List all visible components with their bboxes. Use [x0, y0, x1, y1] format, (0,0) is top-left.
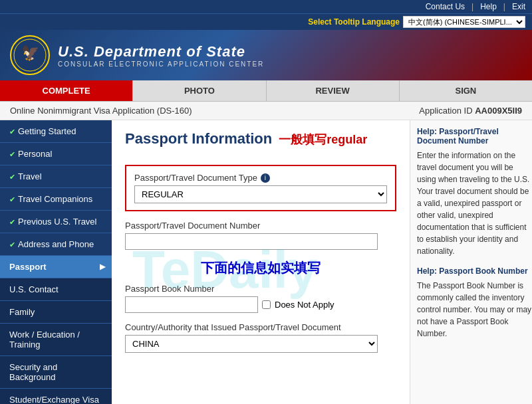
tab-complete[interactable]: COMPLETE: [0, 80, 133, 101]
sidebar: ✔Getting Started ✔Personal ✔Travel ✔Trav…: [0, 120, 112, 404]
doc-type-select[interactable]: REGULAR OFFICIAL DIPLOMATIC LAISSEZ-PASS…: [134, 185, 387, 203]
us-contact-label: U.S. Contact: [9, 284, 59, 294]
family-label: Family: [9, 307, 35, 317]
right-help-panel: Help: Passport/Travel Document Number En…: [410, 120, 532, 404]
breadcrumb-text: Online Nonimmigrant Visa Application (DS…: [10, 106, 192, 116]
header: 🦅 U.S. Department of State CONSULAR ELEC…: [0, 30, 532, 80]
sidebar-item-travel[interactable]: ✔Travel: [0, 165, 112, 188]
country-select[interactable]: CHINA: [125, 335, 378, 353]
help-link[interactable]: Help: [480, 2, 497, 11]
book-number-input[interactable]: [125, 296, 258, 313]
arrow-icon: ▶: [100, 262, 105, 271]
app-id: Application ID AA009X5II9: [419, 106, 522, 116]
does-not-apply-checkbox[interactable]: [262, 300, 271, 309]
sidebar-item-security-background[interactable]: Security and Background: [0, 356, 112, 389]
sidebar-item-getting-started[interactable]: ✔Getting Started: [0, 120, 112, 143]
exit-link[interactable]: Exit: [512, 2, 525, 11]
language-select[interactable]: 中文(简体) (CHINESE-SIMPLI...: [403, 16, 525, 28]
work-edu-label: Work / Education / Training: [9, 330, 105, 350]
doc-number-label: Passport/Travel Document Number: [125, 221, 396, 231]
annotation-fill-truthfully: 下面的信息如实填写: [201, 260, 321, 275]
passport-label: Passport: [9, 262, 47, 272]
nav-tabs: COMPLETE PHOTO REVIEW SIGN: [0, 80, 532, 102]
lang-bar: Select Tooltip Language 中文(简体) (CHINESE-…: [0, 13, 532, 30]
app-id-value: AA009X5II9: [475, 106, 522, 116]
sidebar-item-travel-companions[interactable]: ✔Travel Companions: [0, 188, 112, 211]
book-number-section: Passport Book Number Does Not Apply: [125, 284, 396, 313]
sidebar-item-address-phone[interactable]: ✔Address and Phone: [0, 233, 112, 256]
country-section: Country/Authority that Issued Passport/T…: [125, 322, 396, 353]
student-exchange-label: Student/Exchange Visa: [9, 395, 99, 404]
doc-type-section: Passport/Travel Document Type i REGULAR …: [125, 165, 396, 211]
sidebar-item-personal[interactable]: ✔Personal: [0, 143, 112, 165]
security-bg-label: Security and Background: [9, 362, 105, 382]
book-number-label: Passport Book Number: [125, 284, 396, 294]
annotation-regular: 一般填写regular: [279, 132, 367, 148]
sidebar-item-passport[interactable]: Passport ▶: [0, 256, 112, 278]
sidebar-item-previous-us-travel[interactable]: ✔Previous U.S. Travel: [0, 211, 112, 233]
sidebar-item-work-education[interactable]: Work / Education / Training: [0, 324, 112, 356]
page-title: Passport Information: [125, 130, 272, 148]
tooltip-lang-label: Select Tooltip Language: [308, 17, 400, 27]
help-title-1: Help: Passport/Travel Document Number: [417, 127, 532, 146]
tab-review[interactable]: REVIEW: [267, 80, 400, 101]
help-text-1: Enter the information on the travel docu…: [417, 150, 532, 257]
dept-name: U.S. Department of State: [58, 43, 264, 60]
tab-photo[interactable]: PHOTO: [133, 80, 266, 101]
doc-type-label: Passport/Travel Document Type i: [134, 173, 387, 183]
content-area: TeDaily Passport Information 一般填写regular…: [112, 120, 410, 404]
country-label: Country/Authority that Issued Passport/T…: [125, 322, 396, 332]
main-layout: ✔Getting Started ✔Personal ✔Travel ✔Trav…: [0, 120, 532, 404]
doc-number-input[interactable]: [125, 233, 378, 250]
dept-sub: CONSULAR ELECTRONIC APPLICATION CENTER: [58, 60, 264, 68]
sidebar-item-us-contact[interactable]: U.S. Contact: [0, 278, 112, 301]
doc-number-section: Passport/Travel Document Number: [125, 221, 396, 250]
help-text-2: The Passport Book Number is commonly cal…: [417, 280, 532, 340]
doc-type-info-icon[interactable]: i: [261, 173, 270, 183]
top-bar: Contact Us | Help | Exit: [0, 0, 532, 13]
sidebar-item-student-exchange[interactable]: Student/Exchange Visa: [0, 389, 112, 404]
sidebar-item-family[interactable]: Family: [0, 301, 112, 324]
does-not-apply-label: Does Not Apply: [275, 300, 334, 310]
tab-sign[interactable]: SIGN: [400, 80, 532, 101]
svg-text:🦅: 🦅: [21, 44, 40, 62]
contact-link[interactable]: Contact Us: [426, 2, 465, 11]
header-text: U.S. Department of State CONSULAR ELECTR…: [58, 43, 264, 68]
eagle-seal-icon: 🦅: [10, 35, 50, 75]
breadcrumb: Online Nonimmigrant Visa Application (DS…: [0, 102, 532, 120]
help-title-2: Help: Passport Book Number: [417, 266, 532, 276]
